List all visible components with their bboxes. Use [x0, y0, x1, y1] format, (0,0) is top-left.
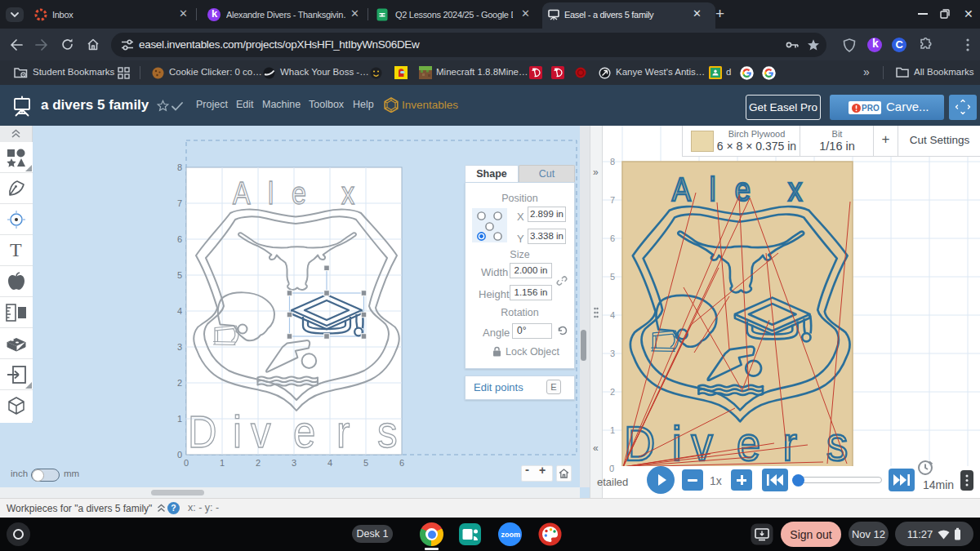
svg-text:0: 0: [184, 458, 189, 468]
svg-text:7: 7: [177, 198, 182, 208]
svg-text:5: 5: [610, 272, 615, 282]
svg-text:4: 4: [327, 458, 332, 468]
svg-text:4: 4: [610, 310, 615, 320]
svg-text:2: 2: [177, 378, 182, 388]
svg-text:1: 1: [610, 425, 615, 435]
svg-text:3: 3: [610, 349, 615, 358]
svg-text:4: 4: [177, 306, 182, 316]
svg-text:3: 3: [177, 342, 182, 352]
svg-text:1: 1: [177, 414, 182, 424]
svg-text:8: 8: [177, 162, 182, 172]
svg-text:8: 8: [610, 157, 615, 167]
svg-text:3: 3: [292, 458, 296, 468]
svg-text:2: 2: [256, 458, 261, 468]
svg-text:5: 5: [177, 270, 182, 280]
svg-text:0: 0: [177, 450, 182, 460]
svg-text:6: 6: [177, 234, 182, 244]
svg-text:7: 7: [610, 195, 615, 205]
svg-text:1: 1: [220, 458, 225, 468]
svg-text:6: 6: [399, 458, 404, 468]
svg-text:2: 2: [610, 387, 615, 397]
svg-text:6: 6: [610, 233, 615, 243]
svg-text:5: 5: [363, 458, 368, 468]
